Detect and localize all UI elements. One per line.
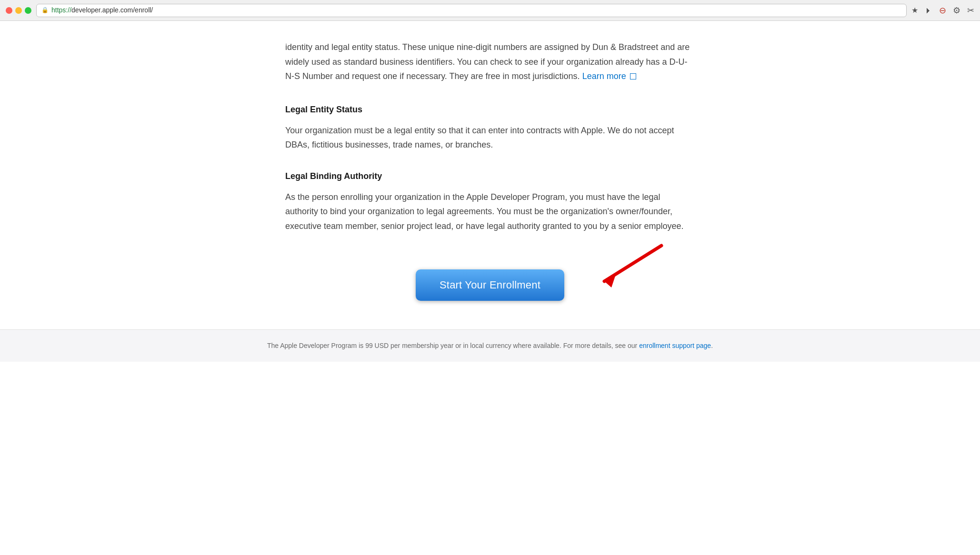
url-protocol: https://: [51, 6, 71, 14]
close-button[interactable]: [6, 7, 12, 14]
footer-text: The Apple Developer Program is 99 USD pe…: [267, 342, 637, 349]
url-rest: developer.apple.com/enroll/: [71, 6, 153, 14]
legal-binding-section: Legal Binding Authority As the person en…: [285, 169, 695, 234]
external-link-icon: [630, 73, 636, 79]
svg-line-0: [604, 246, 661, 281]
enrollment-button-label: Start Your Enrollment: [440, 279, 540, 291]
learn-more-label: Learn more: [582, 71, 626, 81]
legal-binding-title: Legal Binding Authority: [285, 169, 695, 183]
enrollment-support-link-label: enrollment support page: [639, 342, 711, 349]
legal-entity-body: Your organization must be a legal entity…: [285, 123, 695, 152]
page-content: identity and legal entity status. These …: [257, 21, 723, 329]
stop-button[interactable]: ⊖: [939, 5, 946, 16]
footer-period: .: [711, 342, 713, 349]
address-bar[interactable]: 🔒 https://developer.apple.com/enroll/: [36, 4, 907, 17]
enrollment-support-link[interactable]: enrollment support page: [639, 342, 711, 349]
footer: The Apple Developer Program is 99 USD pe…: [0, 329, 980, 361]
legal-binding-body: As the person enrolling your organizatio…: [285, 190, 695, 234]
bookmark-button[interactable]: ★: [911, 6, 918, 15]
svg-marker-1: [604, 273, 616, 287]
extension-button[interactable]: ⚙: [953, 5, 960, 16]
minimize-button[interactable]: [15, 7, 22, 14]
browser-toolbar: 🔒 https://developer.apple.com/enroll/ ★ …: [0, 0, 980, 21]
intro-paragraph: identity and legal entity status. These …: [285, 40, 695, 84]
legal-entity-title: Legal Entity Status: [285, 103, 695, 117]
scissors-button[interactable]: ✂: [967, 5, 974, 16]
enrollment-area: Start Your Enrollment: [285, 250, 695, 329]
start-enrollment-button[interactable]: Start Your Enrollment: [416, 269, 564, 301]
browser-action-buttons: ★ ⏵ ⊖ ⚙ ✂: [911, 5, 974, 16]
learn-more-link[interactable]: Learn more: [582, 71, 636, 81]
lock-icon: 🔒: [41, 6, 49, 15]
legal-entity-section: Legal Entity Status Your organization mu…: [285, 103, 695, 152]
maximize-button[interactable]: [25, 7, 31, 14]
play-button[interactable]: ⏵: [925, 6, 932, 15]
arrow-annotation: [566, 236, 671, 297]
url-display: https://developer.apple.com/enroll/: [51, 5, 153, 15]
traffic-lights: [6, 7, 31, 14]
